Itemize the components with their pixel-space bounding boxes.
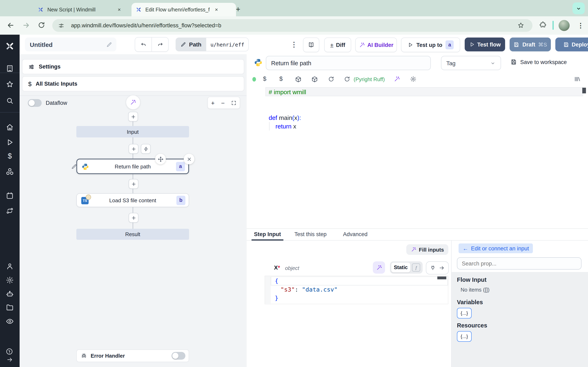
- bookmark-star-icon[interactable]: [517, 22, 524, 29]
- edit-pencil-icon[interactable]: [106, 42, 112, 48]
- sidebar-item-workspace[interactable]: [6, 64, 14, 73]
- tab-advanced[interactable]: Advanced: [343, 231, 367, 237]
- json-input-editor[interactable]: { "s3": "data.csv" }: [265, 276, 448, 304]
- sidebar-item-schedules[interactable]: [6, 192, 14, 200]
- zoom-in-button[interactable]: +: [211, 99, 215, 106]
- variables-dollar-button[interactable]: $: [263, 75, 267, 82]
- editor-settings-button[interactable]: [410, 76, 416, 82]
- sidebar-item-home[interactable]: [6, 123, 14, 131]
- reload-button[interactable]: [328, 76, 334, 82]
- library-button[interactable]: [574, 76, 581, 82]
- add-step-button[interactable]: [129, 179, 138, 189]
- dataflow-toggle[interactable]: [28, 99, 42, 107]
- browser-tab-active[interactable]: Edit Flow u/henri/effortless_fl ×: [131, 3, 236, 16]
- path-group[interactable]: Path u/henri/eff: [176, 38, 249, 51]
- diff-button[interactable]: ± Diff: [324, 38, 351, 52]
- edit-connect-button[interactable]: ← Edit or connect an input: [458, 243, 533, 253]
- sidebar-item-variables[interactable]: $: [6, 152, 14, 160]
- sidebar-collapse-button[interactable]: [7, 356, 13, 363]
- address-bar[interactable]: app.windmill.dev/flows/edit/u/henri/effo…: [52, 19, 532, 32]
- lint-status[interactable]: (Pyright Ruff): [354, 76, 385, 82]
- draft-button[interactable]: Draft ⌘S: [510, 38, 551, 51]
- sidebar-item-routes[interactable]: [6, 207, 14, 215]
- redo-button[interactable]: [151, 37, 169, 52]
- ai-fill-wand-button[interactable]: [373, 261, 385, 274]
- new-tab-button[interactable]: +: [232, 3, 244, 16]
- package-button[interactable]: [311, 76, 318, 83]
- editor-scrollbar-thumb[interactable]: [582, 88, 586, 93]
- reload-button[interactable]: [344, 76, 350, 82]
- resources-expand-button[interactable]: {...}: [457, 331, 472, 342]
- search-prop-input[interactable]: [457, 257, 581, 269]
- add-step-button[interactable]: [128, 112, 138, 122]
- tab-close-icon[interactable]: ×: [116, 7, 122, 13]
- extensions-puzzle-icon[interactable]: [539, 21, 547, 29]
- undo-button[interactable]: [135, 37, 151, 52]
- add-step-button[interactable]: [129, 144, 138, 154]
- sidebar-item-resources[interactable]: [6, 167, 14, 176]
- building-icon: [6, 64, 14, 73]
- reload-button[interactable]: [38, 21, 45, 29]
- ai-flow-wand-button[interactable]: [126, 95, 140, 110]
- delete-step-button[interactable]: [184, 154, 194, 164]
- connect-input-group[interactable]: [426, 261, 449, 275]
- move-step-button[interactable]: [155, 154, 166, 164]
- all-static-inputs-row[interactable]: $ All Static Inputs: [22, 76, 244, 91]
- sidebar-item-audit[interactable]: [6, 317, 14, 325]
- fill-inputs-button[interactable]: Fill inputs: [406, 244, 448, 255]
- settings-row[interactable]: Settings: [22, 59, 244, 74]
- avatar[interactable]: [559, 20, 570, 31]
- static-mode-button[interactable]: Static: [391, 263, 410, 272]
- sidebar-item-settings[interactable]: [6, 276, 14, 284]
- more-options-kebab-icon[interactable]: ⋮: [290, 38, 298, 50]
- add-step-button[interactable]: [129, 213, 138, 223]
- variables-expand-button[interactable]: {...}: [457, 308, 472, 318]
- tab-test-this-step[interactable]: Test this step: [294, 231, 327, 237]
- sidebar-item-user[interactable]: [6, 262, 14, 270]
- test-up-to-button[interactable]: Test up to a: [401, 38, 460, 52]
- sidebar-item-folders[interactable]: [6, 303, 14, 312]
- add-trigger-button[interactable]: [141, 144, 151, 154]
- test-flow-button[interactable]: Test flow: [465, 38, 505, 51]
- step-name-input[interactable]: [266, 56, 431, 70]
- package-button[interactable]: [295, 76, 302, 83]
- zoom-out-button[interactable]: −: [221, 99, 225, 106]
- flow-node-input[interactable]: Input: [76, 126, 189, 137]
- code-editor[interactable]: # import wmill def main(x): return x: [247, 86, 588, 228]
- docs-button[interactable]: [303, 38, 319, 52]
- sidebar-item-workers[interactable]: [6, 290, 14, 298]
- deploy-button[interactable]: Deploy: [555, 38, 588, 51]
- ai-builder-button[interactable]: AI Builder: [355, 38, 397, 52]
- editor-scrollbar-thumb[interactable]: [437, 276, 446, 279]
- flow-node-result[interactable]: Result: [76, 229, 189, 240]
- sidebar-item-search[interactable]: [6, 97, 14, 105]
- magic-wand-icon: [394, 76, 400, 82]
- tag-select[interactable]: Tag: [441, 56, 501, 70]
- ai-assist-wand-button[interactable]: [394, 76, 400, 82]
- tab-search-button[interactable]: [572, 2, 585, 14]
- error-handler-toggle[interactable]: [172, 352, 185, 360]
- sidebar-item-favorites[interactable]: [6, 80, 14, 89]
- flow-node-step-b[interactable]: TS Load S3 file content b: [76, 193, 189, 207]
- redo-icon: [157, 42, 163, 48]
- windmill-logo[interactable]: [5, 41, 15, 53]
- save-to-workspace-button[interactable]: Save to workspace: [510, 59, 567, 65]
- sidebar-item-runs[interactable]: [6, 138, 14, 146]
- cubes-icon: [6, 167, 14, 176]
- resources-dollar-button[interactable]: $: [279, 75, 283, 82]
- help-button[interactable]: [6, 348, 13, 355]
- flow-name-input[interactable]: Untitled: [25, 38, 116, 51]
- tab-step-input[interactable]: Step Input: [254, 231, 281, 237]
- forward-button[interactable]: [22, 21, 30, 29]
- javascript-mode-icon[interactable]: ƒ: [412, 263, 420, 272]
- edit-pencil-icon[interactable]: [71, 163, 77, 169]
- back-button[interactable]: [7, 21, 15, 29]
- site-settings-icon[interactable]: [58, 22, 65, 29]
- json-line: "s3": "data.csv": [281, 285, 337, 294]
- flow-node-step-a[interactable]: Return file path a: [76, 159, 189, 174]
- error-handler-row[interactable]: Error Handler: [76, 350, 189, 362]
- browser-menu-kebab-icon[interactable]: ⋮: [576, 20, 586, 31]
- tab-close-icon[interactable]: ×: [213, 7, 220, 13]
- browser-tab-inactive[interactable]: New Script | Windmill ×: [34, 3, 139, 16]
- fit-view-icon[interactable]: [231, 100, 236, 105]
